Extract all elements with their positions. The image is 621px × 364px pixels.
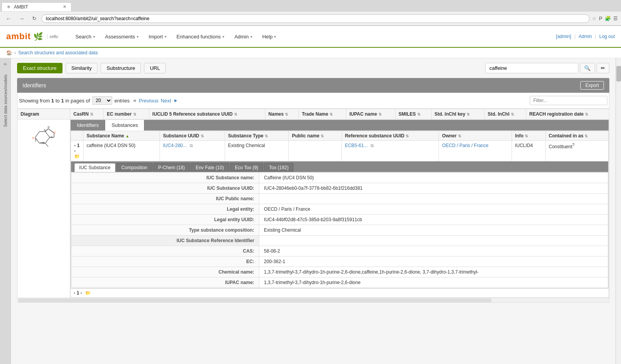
browser-tab[interactable]: ⚛ AMBIT ✕ [2, 2, 71, 11]
nav-admin[interactable]: Admin ▾ [230, 31, 257, 42]
col-contained-in[interactable]: Contained in as ⇅ [545, 131, 608, 141]
molecule-diagram-cell: O N N N N O [17, 120, 70, 298]
substance-tabs-container: Identifiers Substances Substance Name ▲ [70, 120, 609, 298]
svg-text:N: N [42, 142, 44, 144]
nav-search-arrow: ▾ [93, 35, 95, 39]
col-trade-name[interactable]: Trade Name ⇅ [298, 109, 346, 120]
svg-text:N: N [47, 126, 49, 128]
breadcrumb: 🏠 › Search structures and associated dat… [0, 48, 621, 58]
results-table: Diagram CasRN ⇅ EC number ⇅ IUCLID 5 Ref… [17, 109, 609, 298]
showing-text: Showing from 1 to 1 in pages of [19, 98, 90, 104]
right-scrollbar[interactable] [616, 58, 621, 364]
subtab-composition[interactable]: Composition [116, 163, 153, 172]
molecule-svg: O N N N N O [26, 122, 61, 153]
sidebar-toggle-btn[interactable]: ‹› [4, 61, 7, 67]
label-legal-entity-uuid: Legal entity UUID: [71, 215, 259, 225]
nav-search[interactable]: Search ▾ [71, 31, 99, 42]
subtab-env-fate[interactable]: Env Fate (10) [191, 163, 229, 172]
prev-arrow-icon: ◄ [132, 98, 137, 103]
col-iupac[interactable]: IUPAC name ⇅ [346, 109, 395, 120]
substructure-btn[interactable]: Substructure [101, 63, 141, 73]
col-substance-type[interactable]: Substance Type ⇅ [225, 131, 289, 141]
col-public-name[interactable]: Public name ⇅ [289, 131, 342, 141]
substance-folder-icon[interactable]: 📁 [74, 154, 80, 159]
col-diagram[interactable]: Diagram [17, 109, 70, 120]
substance-uuid-cell: IUC4-280... ⧉ [160, 141, 225, 161]
home-icon[interactable]: 🏠 [6, 50, 12, 55]
svg-line-2 [45, 132, 49, 137]
search-go-btn[interactable]: 🔍 [580, 63, 595, 73]
subtab-eco-tox[interactable]: Eco Tox (9) [230, 163, 263, 172]
forward-button[interactable]: → [16, 14, 27, 23]
refresh-button[interactable]: ↻ [29, 14, 39, 23]
exact-structure-btn[interactable]: Exact structure [17, 63, 62, 73]
back-button[interactable]: ← [3, 14, 14, 23]
tab-close-btn[interactable]: ✕ [63, 4, 66, 9]
owner-cell: OECD / Paris / France [439, 141, 512, 161]
tab-identifiers[interactable]: Identifiers [71, 120, 105, 130]
export-btn[interactable]: Export [580, 81, 604, 90]
logout-link[interactable]: Log out [599, 34, 615, 39]
col-info[interactable]: Info ⇅ [512, 131, 545, 141]
label-type-substance: Type substance composition: [71, 225, 259, 236]
substance-row-num: - 1 - 📁 [71, 141, 83, 161]
detail-row-ec: EC: 200-362-1 [71, 257, 608, 267]
col-owner[interactable]: Owner ⇅ [439, 131, 512, 141]
value-iuc-uuid: IUC4-28046eb0-0a7f-3778-bb82-6b1f216dd38… [259, 183, 608, 194]
svg-text:N: N [50, 136, 52, 139]
bottom-folder-icon[interactable]: 📁 [85, 290, 91, 296]
subtab-pchem[interactable]: P-Chem (18) [153, 163, 190, 172]
search-toolbar: Exact structure Similarity Substructure … [17, 63, 609, 73]
ref-uuid-link[interactable]: ECB5-61... [345, 143, 368, 148]
sidebar-vertical-text[interactable]: Select data sources/models [3, 75, 8, 127]
bookmark-icon[interactable]: ☆ [592, 16, 597, 21]
address-bar[interactable] [42, 14, 590, 23]
col-inchi-key[interactable]: Std. InChI key ⇅ [431, 109, 484, 120]
col-casrn[interactable]: CasRN ⇅ [70, 109, 104, 120]
col-smiles[interactable]: SMILES ⇅ [395, 109, 431, 120]
nav-enhanced-functions[interactable]: Enhanced functions ▾ [172, 31, 229, 42]
substance-uuid-link[interactable]: IUC4-280... [163, 143, 187, 148]
next-btn[interactable]: Next [161, 98, 171, 104]
search-input[interactable] [485, 63, 578, 73]
col-substance-uuid[interactable]: Substance UUID ⇅ [160, 131, 225, 141]
detail-row-substance-name: IUC Substance name: Caffeine (IUC4 DSN 5… [71, 173, 608, 183]
value-legal-entity-uuid: IUC4-44bf02d8-47c5-385d-b203-9a8f315911c… [259, 215, 608, 225]
subtab-iuc-substance[interactable]: IUC Substance [74, 163, 116, 172]
col-ec[interactable]: EC number ⇅ [104, 109, 149, 120]
page-size-select[interactable]: 20 50 100 [92, 96, 112, 105]
url-btn[interactable]: URL [144, 63, 166, 73]
tab-substances[interactable]: Substances [105, 120, 144, 131]
col-iuclid-uuid[interactable]: IUCLID 5 Reference substance UUID ⇅ [149, 109, 265, 120]
col-reach-date[interactable]: REACH registration date ⇅ [526, 109, 609, 120]
info-cell: IUCLID4 [512, 141, 545, 161]
value-iuc-substance-name: Caffeine (IUC4 DSN 50) [259, 173, 608, 183]
user-admin-link[interactable]: Admin [579, 34, 592, 39]
similarity-btn[interactable]: Similarity [66, 63, 98, 73]
col-ref-substance-uuid[interactable]: Reference substance UUID ⇅ [342, 131, 439, 141]
nav-assessments[interactable]: Assessments ▾ [101, 31, 143, 42]
nav-help-arrow: ▾ [274, 35, 276, 39]
filter-input[interactable] [530, 96, 607, 105]
pagination-bar: Showing from 1 to 1 in pages of 20 50 10… [17, 93, 609, 109]
subtab-tox[interactable]: Tox (192) [264, 163, 293, 172]
copy-uuid-icon[interactable]: ⧉ [190, 143, 193, 148]
horizontal-scrollbar[interactable] [17, 298, 609, 303]
nav-help[interactable]: Help ▾ [258, 31, 281, 42]
profile-icon[interactable]: P [599, 16, 602, 21]
col-names[interactable]: Names ⇅ [265, 109, 298, 120]
user-admin-bracket-link[interactable]: [admin] [556, 34, 571, 39]
owner-link[interactable]: OECD / Paris / France [442, 143, 488, 148]
previous-btn[interactable]: Previous [139, 98, 159, 104]
copy-ref-uuid-icon[interactable]: ⧉ [371, 143, 374, 148]
menu-icon[interactable]: ☰ [613, 16, 618, 21]
detail-row-substance-uuid: IUC Substance UUID: IUC4-28046eb0-0a7f-3… [71, 183, 608, 194]
extensions-icon[interactable]: 🧩 [605, 16, 611, 21]
col-inchi[interactable]: Std. InChI ⇅ [484, 109, 526, 120]
edit-structure-btn[interactable]: ✏ [597, 63, 609, 73]
breadcrumb-link[interactable]: Search structures and associated data [18, 50, 98, 55]
nav-import[interactable]: Import ▾ [144, 31, 171, 42]
detail-table: IUC Substance name: Caffeine (IUC4 DSN 5… [71, 172, 608, 288]
tab-title: AMBIT [14, 4, 28, 10]
col-substance-name[interactable]: Substance Name ▲ [83, 131, 160, 141]
